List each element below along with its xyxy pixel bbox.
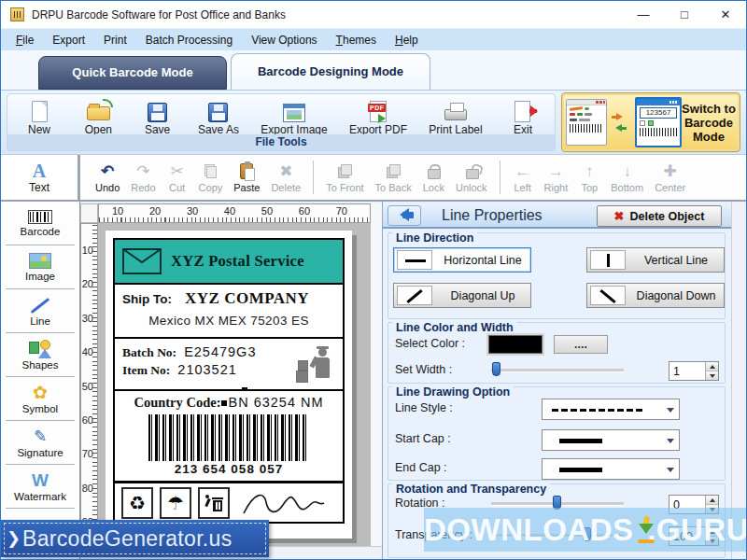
export-pdf-icon: PDF [370,101,387,122]
menu-themes[interactable]: Themes [327,30,386,50]
align-top-button[interactable]: ↑ Top [573,162,605,193]
spin-down-button[interactable] [706,371,718,380]
menu-print[interactable]: Print [94,30,136,50]
tool-barcode[interactable]: Barcode [1,202,79,245]
signature-icon: ✎ [34,428,47,445]
label-page[interactable]: XYZ Postal Service Ship To: XYZ COMPANY … [106,231,352,539]
tool-signature[interactable]: ✎ Signature [1,421,79,465]
exit-button[interactable]: Exit [504,97,542,136]
menu-view-options[interactable]: View Options [242,30,326,50]
diagonal-down-icon [590,286,626,305]
menu-file[interactable]: File [7,30,43,50]
tool-image[interactable]: Image [1,245,79,289]
spin-up-button[interactable] [706,496,718,505]
menu-batch-processing[interactable]: Batch Processing [136,30,242,50]
signature-graphic[interactable] [238,488,328,518]
ship-to-object[interactable]: Ship To: XYZ COMPANY Mexico MX MEX 75203… [113,283,345,339]
mode-tab-row: Quick Barcode Mode Barcode Designing Mod… [1,50,746,90]
copy-button[interactable]: Copy [193,162,229,193]
vertical-scrollbar[interactable] [731,202,746,559]
open-button[interactable]: Open [79,97,117,136]
batch-item-object[interactable]: Batch No: E25479G3 Item No: 2103521 [113,337,345,391]
align-right-button[interactable]: → Right [539,162,574,193]
paste-icon [240,162,253,181]
tool-symbol[interactable]: ✿ Symbol [1,377,79,421]
back-button[interactable] [388,205,421,226]
to-front-button[interactable]: To Front [320,162,369,193]
to-back-button[interactable]: To Back [370,162,417,193]
print-label-button[interactable]: Print Label [429,97,482,136]
new-button[interactable]: New [21,97,58,136]
unlock-button[interactable]: Unlock [450,162,493,193]
download-arrow-icon [635,516,645,544]
width-spinner[interactable]: 1 [669,361,719,381]
line-style-dropdown[interactable] [542,399,680,420]
postal-worker-graphic[interactable] [290,343,335,386]
label-header-object[interactable]: XYZ Postal Service [113,238,345,285]
start-cap-dropdown[interactable] [542,429,680,451]
tool-line[interactable]: Line [1,289,79,333]
paste-button[interactable]: Paste [228,162,265,193]
tab-quick-barcode-mode[interactable]: Quick Barcode Mode [38,56,227,90]
save-as-icon [208,103,228,122]
country-barcode-object[interactable]: Country Code:BN 63254 NM 213 654 058 057 [113,389,345,483]
envelope-icon [122,248,162,274]
diagonal-up-button[interactable]: Diagonal Up [393,283,531,308]
cut-button[interactable]: ✂ Cut [162,162,193,193]
minimize-button[interactable]: — [623,1,664,28]
close-button[interactable]: ✕ [705,1,746,28]
delete-object-button[interactable]: ✖ Delete Object [597,205,722,227]
tab-barcode-designing-mode[interactable]: Barcode Designing Mode [231,53,430,90]
tool-shapes[interactable]: Shapes [1,333,79,377]
solid-line-preview [559,439,602,443]
tool-watermark[interactable]: W Watermark [1,465,79,509]
barcodegenerator-banner: ❯ BarcodeGenerator.us [1,520,269,557]
switch-to-barcode-mode-button[interactable]: 123567 Switch to Barcode Mode [561,92,740,152]
label-title-text[interactable]: XYZ Postal Service [171,252,304,271]
lock-button[interactable]: Lock [417,162,450,193]
barcode-object[interactable] [148,414,309,461]
symbols-row-object[interactable]: ♻ ☂ [113,481,345,524]
menu-export[interactable]: Export [43,30,94,50]
width-slider-thumb[interactable] [492,362,500,376]
arrow-down-icon: ↓ [623,162,631,181]
canvas-right-gap [371,203,382,546]
selection-handle[interactable] [221,400,227,406]
save-as-button[interactable]: Save As [198,97,239,136]
design-canvas[interactable]: XYZ Postal Service Ship To: XYZ COMPANY … [98,223,371,547]
export-image-button[interactable]: Export Image [261,97,327,136]
dispose-icon[interactable] [198,487,230,519]
undo-button[interactable]: ↶ Undo [90,162,125,193]
toolbar-separator [313,161,314,194]
width-slider[interactable] [491,362,624,377]
spin-up-button[interactable] [706,362,718,371]
recycle-icon[interactable]: ♻ [121,487,153,519]
redo-button[interactable]: ↷ Redo [125,162,161,193]
watermark-icon: W [32,471,49,489]
umbrella-icon[interactable]: ☂ [160,487,191,519]
menu-help[interactable]: Help [386,30,428,50]
center-icon: ✚ [664,162,677,181]
align-center-button[interactable]: ✚ Center [649,162,691,193]
align-left-button[interactable]: ← Left [507,162,539,193]
color-swatch[interactable] [488,335,543,354]
diagonal-down-button[interactable]: Diagonal Down [586,283,725,308]
horizontal-line-button[interactable]: Horizontal Line [393,247,531,273]
image-icon [29,253,51,269]
color-browse-button[interactable]: .... [554,335,608,354]
new-icon [32,101,48,122]
maximize-button[interactable]: □ [664,1,705,28]
barcode-number[interactable]: 213 654 058 057 [120,462,337,476]
vertical-line-icon [590,250,626,270]
export-pdf-button[interactable]: PDF Export PDF [349,97,407,136]
tool-text[interactable]: A Text [1,155,80,200]
line-direction-group: Line Direction Horizontal Line Vertical … [388,232,726,319]
delete-x-icon: ✖ [614,209,625,223]
end-cap-dropdown[interactable] [542,458,680,480]
vertical-line-button[interactable]: Vertical Line [586,247,725,273]
save-button[interactable]: Save [139,97,176,136]
delete-button[interactable]: ✖ Delete [265,162,306,193]
panel-header: Line Properties ✖ Delete Object [383,203,731,229]
align-bottom-button[interactable]: ↓ Bottom [605,162,649,193]
menu-bar: File Export Print Batch Processing View … [1,28,746,50]
